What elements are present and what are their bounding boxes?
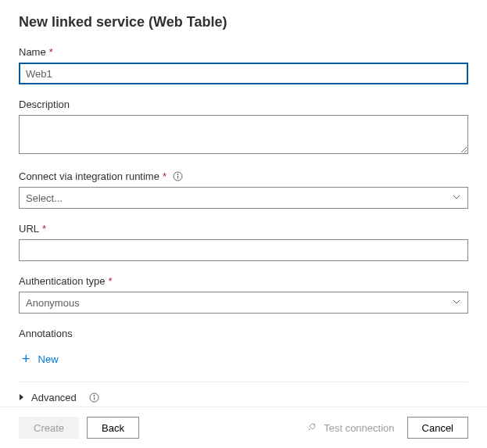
url-input[interactable] <box>19 239 468 261</box>
runtime-label: Connect via integration runtime * <box>19 170 468 182</box>
auth-label-text: Authentication type <box>19 275 106 287</box>
plus-icon: + <box>22 352 30 366</box>
runtime-label-text: Connect via integration runtime <box>19 170 159 182</box>
plug-icon <box>306 421 317 435</box>
url-label-text: URL <box>19 223 39 235</box>
footer: Create Back Test connection Cancel <box>0 407 487 448</box>
chevron-down-icon <box>452 297 461 309</box>
required-asterisk: * <box>42 223 46 235</box>
description-input[interactable] <box>19 115 468 154</box>
advanced-toggle[interactable]: Advanced <box>19 392 468 403</box>
required-asterisk: * <box>163 170 167 182</box>
auth-field: Authentication type * Anonymous <box>19 275 468 314</box>
add-new-label: New <box>38 353 59 365</box>
add-annotation-button[interactable]: + New <box>19 347 62 371</box>
create-button: Create <box>19 417 79 439</box>
name-input[interactable] <box>19 63 468 84</box>
test-connection-button: Test connection <box>306 421 399 435</box>
chevron-down-icon <box>452 192 461 204</box>
footer-right: Test connection Cancel <box>306 417 468 439</box>
divider <box>19 382 468 382</box>
description-field: Description <box>19 99 468 156</box>
test-connection-label: Test connection <box>324 422 394 434</box>
auth-select[interactable]: Anonymous <box>19 292 468 314</box>
description-label: Description <box>19 99 468 110</box>
url-field: URL * <box>19 223 468 261</box>
required-asterisk: * <box>109 275 113 287</box>
auth-label: Authentication type * <box>19 275 468 287</box>
name-field: Name * <box>19 46 468 84</box>
name-label-text: Name <box>19 46 46 58</box>
annotations-label: Annotations <box>19 328 468 339</box>
back-button[interactable]: Back <box>87 417 139 439</box>
page-title: New linked service (Web Table) <box>19 14 468 30</box>
runtime-selected: Select... <box>26 192 63 204</box>
annotations-field: Annotations + New <box>19 328 468 371</box>
annotations-label-text: Annotations <box>19 328 73 339</box>
required-asterisk: * <box>49 46 53 58</box>
footer-left: Create Back <box>19 417 139 439</box>
cancel-button[interactable]: Cancel <box>407 417 468 439</box>
info-icon[interactable] <box>89 392 99 403</box>
caret-right-icon <box>19 392 25 403</box>
name-label: Name * <box>19 46 468 58</box>
auth-selected: Anonymous <box>26 297 80 309</box>
advanced-label: Advanced <box>31 392 77 403</box>
runtime-select[interactable]: Select... <box>19 187 468 209</box>
url-label: URL * <box>19 223 468 235</box>
svg-point-5 <box>94 395 95 396</box>
description-label-text: Description <box>19 99 70 110</box>
info-icon[interactable] <box>173 171 183 181</box>
svg-point-2 <box>177 174 178 174</box>
runtime-field: Connect via integration runtime * Select… <box>19 170 468 209</box>
